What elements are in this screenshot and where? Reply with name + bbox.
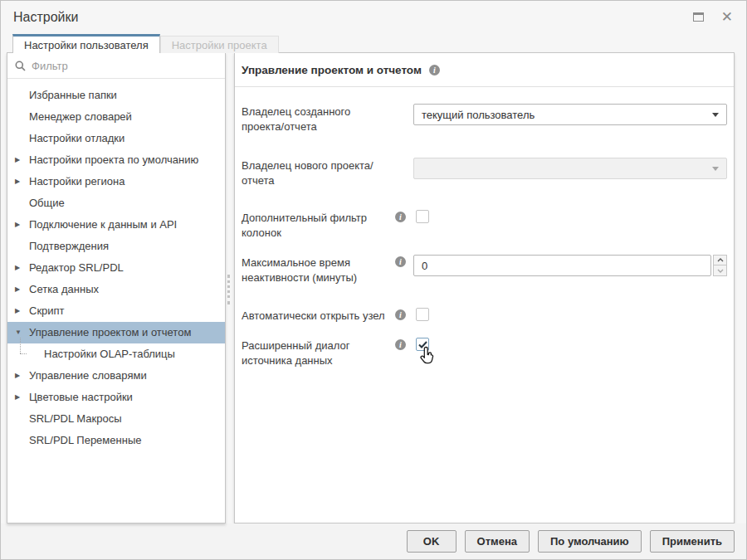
chevron-down-icon xyxy=(712,167,719,171)
chevron-right-icon[interactable]: ▶ xyxy=(15,214,20,236)
max-inactivity-input[interactable]: 0 xyxy=(413,255,711,276)
tree-item-label: Управление проектом и отчетом xyxy=(29,326,191,338)
chevron-right-icon[interactable]: ▶ xyxy=(15,365,20,387)
checkmark-icon xyxy=(418,341,427,348)
tree-item-label: Сетка данных xyxy=(29,283,99,295)
filter-placeholder: Фильтр xyxy=(32,60,68,72)
chevron-right-icon[interactable]: ▶ xyxy=(15,171,20,192)
chevron-right-icon[interactable]: ▶ xyxy=(15,387,20,408)
chevron-down-icon xyxy=(717,269,724,273)
tab-user-settings[interactable]: Настройки пользователя xyxy=(12,34,160,53)
tree-item-srl-pdl-editor[interactable]: ▶Редактор SRL/PDL xyxy=(7,257,225,279)
panel-splitter[interactable] xyxy=(227,275,231,304)
settings-tree: Избранные папки Менеджер словарей Настро… xyxy=(7,79,225,451)
spinner-value: 0 xyxy=(422,260,427,272)
info-icon[interactable]: i xyxy=(395,309,406,320)
chevron-right-icon[interactable]: ▶ xyxy=(15,149,20,171)
tab-label: Настройки проекта xyxy=(172,39,267,51)
ok-button[interactable]: OK xyxy=(407,530,456,553)
tree-item-label: Скрипт xyxy=(29,304,65,317)
auto-open-node-checkbox[interactable] xyxy=(416,308,429,321)
max-inactivity-spinner: 0 xyxy=(413,255,727,276)
tree-item-project-report-management[interactable]: ▼Управление проектом и отчетом xyxy=(7,322,225,343)
new-project-owner-select xyxy=(413,158,727,179)
tree-item-label: Настройки региона xyxy=(29,175,124,187)
spinner-down-button[interactable] xyxy=(713,265,727,276)
settings-main-panel: Управление проектом и отчетом i Владелец… xyxy=(234,52,735,523)
chevron-right-icon[interactable]: ▶ xyxy=(15,279,20,300)
tree-item-label: Редактор SRL/PDL xyxy=(29,261,124,274)
setting-label: Дополнительный фильтр колонок xyxy=(242,210,391,241)
tree-item-confirmations[interactable]: Подтверждения xyxy=(7,236,225,257)
tree-item-dictionary-management[interactable]: ▶Управление словарями xyxy=(7,365,225,387)
tree-item-srl-pdl-variables[interactable]: SRL/PDL Переменные xyxy=(7,430,225,451)
setting-label: Автоматически открыть узел xyxy=(242,308,391,324)
created-project-owner-select[interactable]: текущий пользователь xyxy=(413,104,727,125)
info-icon[interactable]: i xyxy=(395,256,406,267)
setting-row-additional-column-filter: Дополнительный фильтр колонок i xyxy=(242,210,727,241)
chevron-right-icon[interactable]: ▶ xyxy=(15,257,20,279)
tree-item-srl-pdl-macros[interactable]: SRL/PDL Макросы xyxy=(7,408,225,430)
tree-item-label: SRL/PDL Переменные xyxy=(29,434,141,446)
setting-row-created-project-owner: Владелец созданного проекта/отчета текущ… xyxy=(242,104,727,134)
select-value: текущий пользователь xyxy=(422,109,535,121)
setting-label: Владелец нового проекта/отчета xyxy=(242,158,391,188)
search-icon xyxy=(15,61,26,71)
info-icon[interactable]: i xyxy=(429,65,440,75)
tab-bar: Настройки пользователя Настройки проекта xyxy=(12,34,279,53)
extended-datasource-dialog-checkbox[interactable] xyxy=(416,338,429,351)
setting-row-max-inactivity-time: Максимальное время неактивности (минуты)… xyxy=(242,255,727,285)
tree-item-region-settings[interactable]: ▶Настройки региона xyxy=(7,171,225,192)
maximize-icon[interactable] xyxy=(693,12,704,22)
tree-item-label: Общие xyxy=(29,197,65,209)
tree-item-favorite-folders[interactable]: Избранные папки xyxy=(7,85,225,106)
chevron-right-icon[interactable]: ▶ xyxy=(15,300,20,322)
dialog-footer: OK Отмена По умолчанию Применить xyxy=(1,523,746,559)
section-header: Управление проектом и отчетом i xyxy=(235,53,734,87)
setting-row-auto-open-node: Автоматически открыть узел i xyxy=(242,308,727,324)
tab-label: Настройки пользователя xyxy=(24,39,149,51)
filter-input[interactable]: Фильтр xyxy=(7,53,225,79)
spinner-up-button[interactable] xyxy=(713,255,727,265)
tree-item-data-grid[interactable]: ▶Сетка данных xyxy=(7,279,225,300)
default-button[interactable]: По умолчанию xyxy=(538,530,642,553)
additional-column-filter-checkbox[interactable] xyxy=(416,210,429,223)
tree-item-label: Подтверждения xyxy=(29,240,109,252)
close-icon[interactable]: ✕ xyxy=(721,12,733,22)
apply-button[interactable]: Применить xyxy=(650,530,735,553)
tree-item-debug-settings[interactable]: Настройки отладки xyxy=(7,128,225,149)
tree-item-script[interactable]: ▶Скрипт xyxy=(7,300,225,322)
tree-item-default-project-settings[interactable]: ▶Настройки проекта по умолчанию xyxy=(7,149,225,171)
tree-item-label: Подключение к данным и API xyxy=(29,218,177,231)
tree-item-general[interactable]: Общие xyxy=(7,192,225,214)
title-bar: Настройки ✕ xyxy=(1,1,746,34)
settings-sidebar: Фильтр Избранные папки Менеджер словарей… xyxy=(7,52,226,523)
setting-row-extended-datasource-dialog: Расширенный диалог источника данных i xyxy=(242,338,727,368)
setting-label: Максимальное время неактивности (минуты) xyxy=(242,255,391,285)
setting-label: Владелец созданного проекта/отчета xyxy=(242,104,391,134)
tree-item-label: Настройки OLAP-таблицы xyxy=(44,348,175,360)
tree-item-data-api-connection[interactable]: ▶Подключение к данным и API xyxy=(7,214,225,236)
tree-item-color-settings[interactable]: ▶Цветовые настройки xyxy=(7,387,225,408)
tree-item-olap-table-settings[interactable]: Настройки OLAP-таблицы xyxy=(7,343,225,365)
chevron-down-icon xyxy=(712,113,719,117)
cancel-button[interactable]: Отмена xyxy=(465,530,530,553)
chevron-up-icon xyxy=(717,258,724,262)
tree-item-label: Управление словарями xyxy=(29,369,147,382)
info-icon[interactable]: i xyxy=(395,212,406,222)
tab-project-settings[interactable]: Настройки проекта xyxy=(160,36,279,53)
tree-item-dictionary-manager[interactable]: Менеджер словарей xyxy=(7,106,225,128)
setting-label: Расширенный диалог источника данных xyxy=(242,338,391,368)
dialog-title: Настройки xyxy=(13,10,78,25)
tree-item-label: Избранные папки xyxy=(29,89,117,101)
tree-item-label: Настройки отладки xyxy=(29,132,124,144)
tree-item-label: Менеджер словарей xyxy=(29,110,132,123)
tree-item-label: Цветовые настройки xyxy=(29,391,133,403)
info-icon[interactable]: i xyxy=(395,339,406,350)
section-title: Управление проектом и отчетом xyxy=(242,64,422,76)
tree-item-label: Настройки проекта по умолчанию xyxy=(29,153,198,166)
tree-item-label: SRL/PDL Макросы xyxy=(29,412,122,425)
setting-row-new-project-owner: Владелец нового проекта/отчета xyxy=(242,158,727,188)
